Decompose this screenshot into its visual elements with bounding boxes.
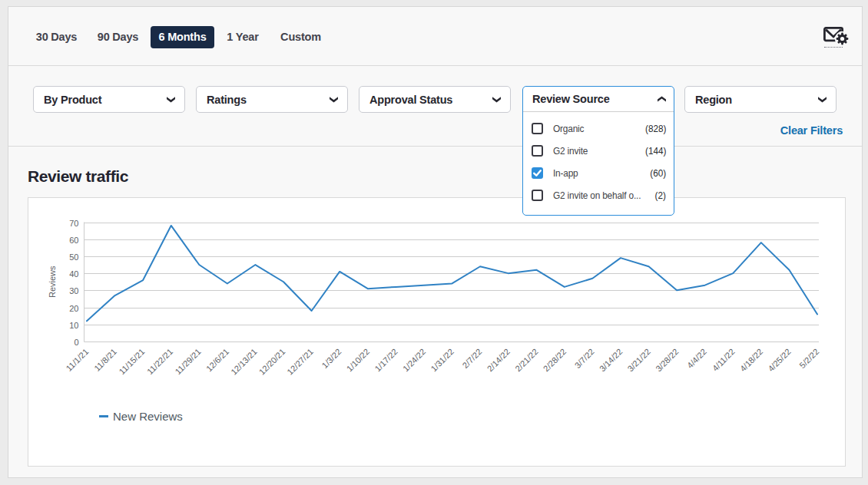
tab-1-year[interactable]: 1 Year	[217, 26, 268, 48]
time-range-tabs: 30 Days 90 Days 6 Months 1 Year Custom	[28, 26, 330, 48]
chevron-down-icon	[167, 97, 175, 103]
svg-text:40: 40	[69, 269, 78, 279]
option-g2-invite-behalf[interactable]: G2 invite on behalf o... (2)	[523, 184, 674, 206]
chevron-down-icon	[818, 97, 827, 103]
svg-text:11/22/21: 11/22/21	[145, 347, 174, 376]
svg-text:12/6/21: 12/6/21	[204, 347, 230, 373]
filter-review-source[interactable]: Review Source	[523, 87, 674, 112]
filter-approval-status[interactable]: Approval Status	[359, 86, 511, 113]
option-organic-count: (828)	[645, 123, 666, 134]
tab-30-days[interactable]: 30 Days	[28, 26, 85, 48]
svg-text:11/29/21: 11/29/21	[174, 347, 203, 376]
review-source-dropdown-panel: Review Source Organic (828) G2 invite (1…	[522, 86, 674, 216]
option-in-app[interactable]: In-app (60)	[523, 162, 674, 184]
review-traffic-section: Review traffic 010203040506070Reviews11/…	[8, 147, 862, 477]
checkbox-organic[interactable]	[532, 123, 543, 134]
svg-text:11/8/21: 11/8/21	[92, 347, 118, 373]
tab-custom[interactable]: Custom	[271, 26, 330, 48]
tooltip-underline	[824, 46, 843, 48]
svg-text:70: 70	[69, 219, 78, 228]
legend-line-swatch	[99, 415, 108, 417]
option-organic[interactable]: Organic (828)	[523, 117, 674, 140]
svg-text:10: 10	[69, 321, 78, 330]
section-title: Review traffic	[28, 167, 128, 186]
svg-text:5/2/22: 5/2/22	[797, 347, 820, 370]
svg-text:1/31/22: 1/31/22	[429, 347, 455, 373]
checkbox-g2-invite-behalf[interactable]	[532, 190, 543, 201]
option-g2-invite-label: G2 invite	[553, 146, 643, 157]
option-g2-invite[interactable]: G2 invite (144)	[523, 140, 674, 162]
option-organic-label: Organic	[553, 124, 643, 134]
filter-buttons: By Product Ratings Approval Status Regio…	[33, 86, 837, 113]
filter-region[interactable]: Region	[684, 86, 837, 113]
svg-text:4/11/22: 4/11/22	[711, 347, 737, 373]
chevron-down-icon	[330, 97, 338, 103]
svg-text:50: 50	[69, 252, 78, 262]
svg-text:60: 60	[69, 236, 78, 245]
tab-90-days[interactable]: 90 Days	[88, 26, 147, 48]
chevron-down-icon	[492, 97, 501, 103]
email-settings-icon	[823, 27, 849, 48]
svg-text:12/13/21: 12/13/21	[229, 347, 259, 377]
svg-text:3/14/22: 3/14/22	[598, 347, 624, 373]
filter-by-product[interactable]: By Product	[33, 86, 185, 113]
svg-text:1/10/22: 1/10/22	[345, 347, 371, 373]
legend-label: New Reviews	[113, 410, 183, 423]
svg-text:2/21/22: 2/21/22	[513, 347, 539, 373]
svg-text:0: 0	[74, 338, 78, 347]
svg-text:4/4/22: 4/4/22	[685, 347, 708, 370]
option-g2-invite-count: (144)	[645, 145, 666, 157]
email-report-button[interactable]	[823, 27, 849, 54]
filter-review-source-label: Review Source	[532, 93, 658, 105]
svg-text:12/27/21: 12/27/21	[285, 347, 315, 377]
checkbox-g2-invite[interactable]	[532, 145, 543, 157]
review-traffic-chart: 010203040506070Reviews11/1/2111/8/2111/1…	[28, 197, 846, 467]
svg-text:3/28/22: 3/28/22	[654, 347, 680, 373]
svg-text:4/18/22: 4/18/22	[738, 347, 764, 373]
svg-text:1/24/22: 1/24/22	[401, 347, 427, 373]
filter-ratings-label: Ratings	[207, 94, 330, 106]
review-source-options: Organic (828) G2 invite (144) In-app (60…	[523, 112, 674, 215]
svg-text:20: 20	[69, 304, 78, 313]
svg-text:3/7/22: 3/7/22	[573, 347, 596, 370]
time-range-tabs-row: 30 Days 90 Days 6 Months 1 Year Custom	[8, 7, 862, 66]
filter-by-product-label: By Product	[44, 94, 167, 106]
svg-text:Reviews: Reviews	[48, 266, 57, 298]
svg-text:4/25/22: 4/25/22	[766, 347, 792, 373]
clear-filters-link[interactable]: Clear Filters	[780, 124, 843, 137]
filters-row: By Product Ratings Approval Status Regio…	[8, 66, 862, 147]
svg-text:12/20/21: 12/20/21	[257, 347, 287, 377]
checkbox-in-app[interactable]	[532, 167, 543, 179]
svg-text:3/21/22: 3/21/22	[626, 347, 652, 373]
svg-text:1/3/22: 1/3/22	[320, 347, 343, 370]
line-chart: 010203040506070Reviews11/1/2111/8/2111/1…	[28, 198, 845, 466]
dashboard-card: 30 Days 90 Days 6 Months 1 Year Custom	[8, 6, 863, 478]
svg-text:11/15/21: 11/15/21	[117, 347, 146, 376]
tab-6-months[interactable]: 6 Months	[151, 26, 214, 48]
chevron-up-icon	[658, 96, 666, 102]
option-g2-invite-behalf-count: (2)	[655, 190, 666, 201]
option-in-app-label: In-app	[553, 168, 648, 179]
option-in-app-count: (60)	[650, 167, 666, 179]
svg-text:30: 30	[69, 286, 78, 295]
option-g2-invite-behalf-label: G2 invite on behalf o...	[553, 190, 654, 201]
svg-text:2/28/22: 2/28/22	[542, 347, 568, 373]
svg-text:1/17/22: 1/17/22	[373, 347, 399, 373]
svg-text:11/1/21: 11/1/21	[65, 347, 91, 373]
svg-text:2/7/22: 2/7/22	[460, 347, 483, 370]
filter-ratings[interactable]: Ratings	[196, 86, 348, 113]
chart-legend[interactable]: New Reviews	[99, 410, 183, 423]
svg-text:2/14/22: 2/14/22	[485, 347, 512, 373]
filter-approval-status-label: Approval Status	[369, 94, 492, 106]
filter-region-label: Region	[695, 94, 818, 106]
